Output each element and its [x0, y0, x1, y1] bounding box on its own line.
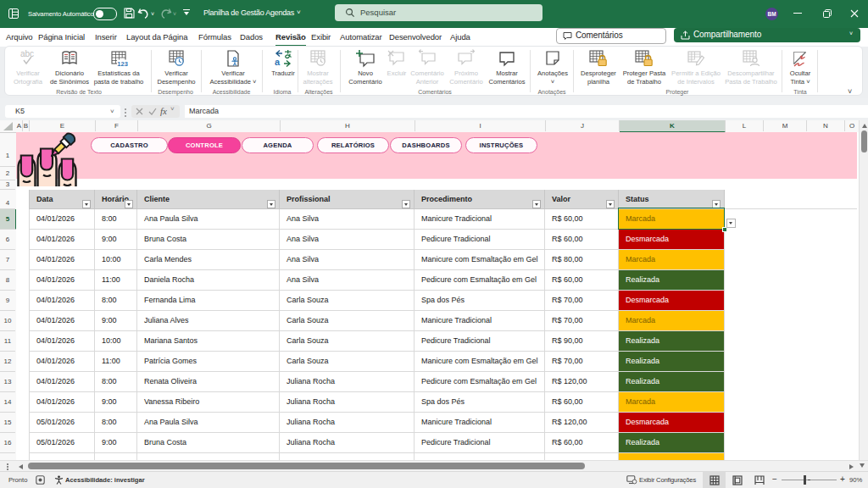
svg-text:abc: abc: [20, 49, 34, 58]
svg-text:123: 123: [117, 60, 128, 68]
svg-text:a: a: [275, 57, 281, 67]
